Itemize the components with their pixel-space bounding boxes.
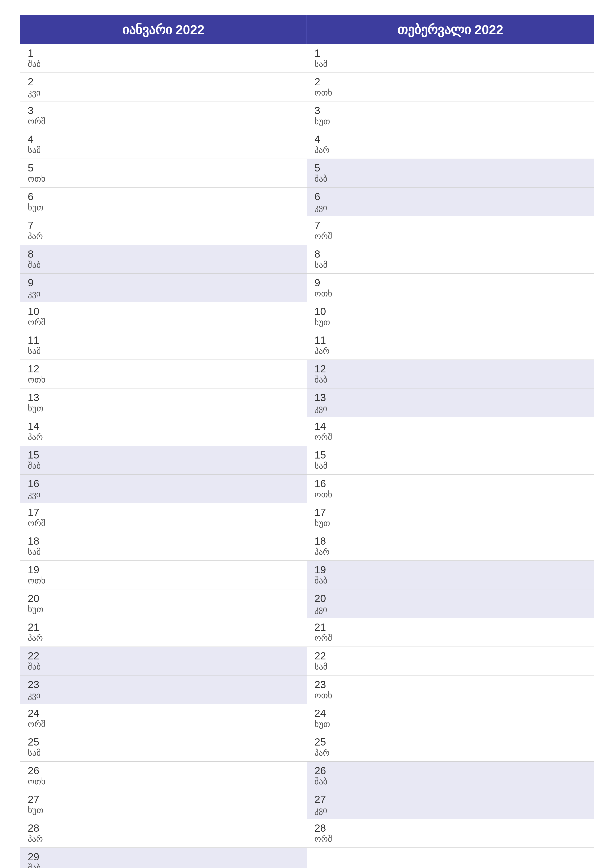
february-day-20: 20კვი (307, 589, 594, 618)
february-day-3: 3ხუთ (307, 101, 594, 130)
jan-day-num-10: 10 (28, 306, 299, 317)
feb-day-num-8: 8 (314, 248, 586, 260)
feb-day-name-16: ოთხ (314, 490, 586, 499)
january-day-18: 18სამ (20, 532, 307, 561)
january-day-11: 11სამ (20, 331, 307, 360)
february-day-26: 26შაბ (307, 762, 594, 790)
jan-day-num-8: 8 (28, 248, 299, 260)
february-day-9: 9ოთხ (307, 274, 594, 302)
february-day-22: 22სამ (307, 647, 594, 676)
feb-day-name-4: პარ (314, 145, 586, 155)
january-day-17: 17ორშ (20, 503, 307, 532)
february-day-4: 4პარ (307, 130, 594, 159)
january-day-16: 16კვი (20, 474, 307, 503)
feb-day-name-13: კვი (314, 403, 586, 414)
feb-day-num-5: 5 (314, 162, 586, 174)
jan-day-name-22: შაბ (28, 662, 299, 672)
feb-day-num-17: 17 (314, 507, 586, 518)
jan-day-name-3: ორშ (28, 116, 299, 126)
jan-day-name-20: ხუთ (28, 604, 299, 614)
january-day-12: 12ოთხ (20, 360, 307, 389)
feb-day-name-23: ოთხ (314, 690, 586, 701)
february-day-18: 18პარ (307, 532, 594, 561)
feb-day-name-5: შაბ (314, 174, 586, 184)
page: იანვარი 2022 თებერვალი 2022 1შაბ1სამ2კვი… (0, 0, 614, 868)
february-day-28: 28ორშ (307, 819, 594, 848)
february-day-25: 25პარ (307, 733, 594, 762)
jan-day-num-16: 16 (28, 478, 299, 490)
feb-day-num-4: 4 (314, 133, 586, 145)
jan-day-name-23: კვი (28, 690, 299, 701)
january-day-19: 19ოთხ (20, 561, 307, 589)
february-day-6: 6კვი (307, 188, 594, 216)
january-day-28: 28პარ (20, 819, 307, 848)
january-day-8: 8შაბ (20, 245, 307, 274)
january-day-29: 29შაბ (20, 848, 307, 868)
jan-day-name-17: ორშ (28, 518, 299, 528)
january-day-22: 22შაბ (20, 647, 307, 676)
feb-day-name-6: კვი (314, 202, 586, 212)
feb-day-name-10: ხუთ (314, 317, 586, 327)
feb-day-name-28: ორშ (314, 834, 586, 844)
feb-day-name-22: სამ (314, 662, 586, 672)
february-day-21: 21ორშ (307, 618, 594, 647)
jan-day-num-27: 27 (28, 794, 299, 805)
feb-day-name-17: ხუთ (314, 518, 586, 528)
jan-day-name-26: ოთხ (28, 777, 299, 787)
jan-day-name-2: კვი (28, 88, 299, 98)
feb-day-name-26: შაბ (314, 777, 586, 787)
header-row: იანვარი 2022 თებერვალი 2022 (20, 16, 594, 44)
feb-day-num-13: 13 (314, 392, 586, 403)
february-day-15: 15სამ (307, 446, 594, 474)
jan-day-name-18: სამ (28, 547, 299, 557)
feb-day-name-15: სამ (314, 461, 586, 471)
feb-day-num-15: 15 (314, 450, 586, 461)
feb-day-num-10: 10 (314, 306, 586, 317)
feb-day-num-3: 3 (314, 105, 586, 116)
january-day-20: 20ხუთ (20, 589, 307, 618)
feb-day-num-20: 20 (314, 593, 586, 604)
january-header: იანვარი 2022 (20, 16, 307, 44)
january-day-9: 9კვი (20, 274, 307, 302)
jan-day-num-18: 18 (28, 535, 299, 547)
feb-day-name-27: კვი (314, 805, 586, 815)
jan-day-num-17: 17 (28, 507, 299, 518)
jan-day-name-5: ოთხ (28, 174, 299, 184)
february-day-16: 16ოთხ (307, 474, 594, 503)
jan-day-name-29: შაბ (28, 863, 299, 868)
jan-day-num-2: 2 (28, 76, 299, 88)
february-header: თებერვალი 2022 (307, 16, 594, 44)
feb-day-name-19: შაბ (314, 575, 586, 586)
jan-day-name-12: ოთხ (28, 375, 299, 385)
jan-day-name-13: ხუთ (28, 403, 299, 414)
feb-day-num-18: 18 (314, 535, 586, 547)
feb-day-name-2: ოთხ (314, 88, 586, 98)
february-day-29 (307, 848, 594, 868)
jan-day-num-20: 20 (28, 593, 299, 604)
feb-day-num-23: 23 (314, 679, 586, 690)
feb-day-num-6: 6 (314, 191, 586, 202)
jan-day-num-21: 21 (28, 622, 299, 633)
jan-day-name-21: პარ (28, 633, 299, 643)
feb-day-name-7: ორშ (314, 231, 586, 241)
feb-day-name-12: შაბ (314, 375, 586, 385)
feb-day-num-28: 28 (314, 823, 586, 834)
feb-day-name-3: ხუთ (314, 116, 586, 126)
jan-day-num-5: 5 (28, 162, 299, 174)
january-day-14: 14პარ (20, 417, 307, 446)
jan-day-num-19: 19 (28, 564, 299, 575)
feb-day-num-24: 24 (314, 708, 586, 719)
jan-day-name-8: შაბ (28, 260, 299, 270)
february-day-27: 27კვი (307, 790, 594, 819)
january-day-15: 15შაბ (20, 446, 307, 474)
jan-day-num-11: 11 (28, 335, 299, 346)
january-day-13: 13ხუთ (20, 389, 307, 417)
jan-day-name-15: შაბ (28, 461, 299, 471)
jan-day-name-28: პარ (28, 834, 299, 844)
february-day-14: 14ორშ (307, 417, 594, 446)
january-day-5: 5ოთხ (20, 159, 307, 188)
jan-day-num-6: 6 (28, 191, 299, 202)
january-day-2: 2კვი (20, 73, 307, 101)
feb-day-num-22: 22 (314, 650, 586, 662)
feb-day-num-26: 26 (314, 765, 586, 777)
